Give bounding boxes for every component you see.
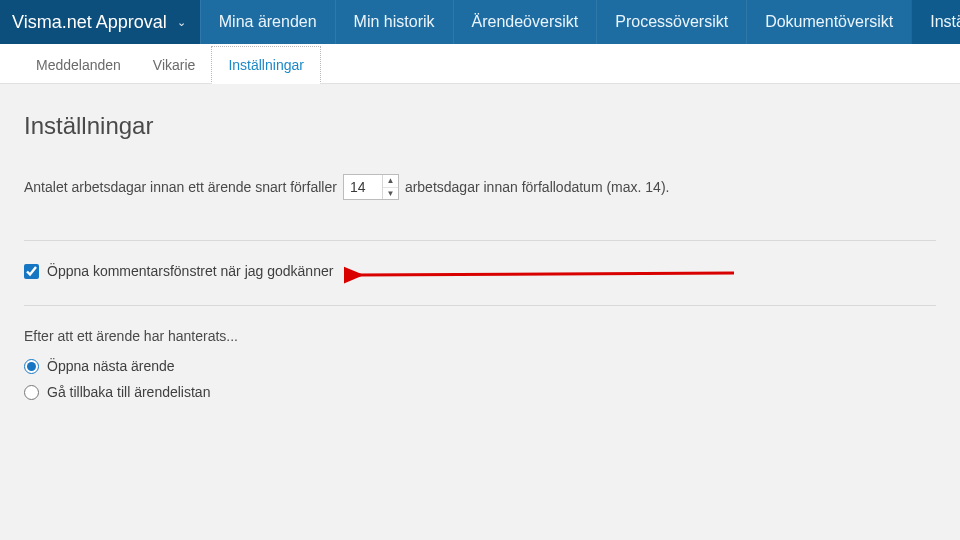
nav-dokumentoversikt[interactable]: Dokumentöversikt [746,0,911,44]
page-title: Inställningar [24,112,936,140]
nav-mina-arenden[interactable]: Mina ärenden [200,0,335,44]
spinner-down-icon[interactable]: ▼ [383,188,398,200]
nav-arendeoversikt[interactable]: Ärendeöversikt [453,0,597,44]
subtab-installningar[interactable]: Inställningar [211,46,321,84]
radio-back-to-list: Gå tillbaka till ärendelistan [24,384,936,400]
spinner-up-icon[interactable]: ▲ [383,175,398,188]
subtab-bar: Meddelanden Vikarie Inställningar [0,44,960,84]
main-nav: Mina ärenden Min historik Ärendeöversikt… [200,0,960,44]
divider [24,240,936,241]
radio-back-to-list-label[interactable]: Gå tillbaka till ärendelistan [47,384,210,400]
days-number-input-wrapper: ▲ ▼ [343,174,399,200]
nav-installningar[interactable]: Inställningar [911,0,960,44]
open-comment-on-approve-row: Öppna kommentarsfönstret när jag godkänn… [24,263,936,279]
days-number-input[interactable] [344,175,382,199]
nav-processoversikt[interactable]: Processöversikt [596,0,746,44]
brand-title: Visma.net Approval [12,12,167,33]
open-comment-on-approve-checkbox[interactable] [24,264,39,279]
svg-line-0 [358,273,734,275]
subtab-meddelanden[interactable]: Meddelanden [20,47,137,83]
radio-open-next-label[interactable]: Öppna nästa ärende [47,358,175,374]
top-navbar: Visma.net Approval ⌄ Mina ärenden Min hi… [0,0,960,44]
radio-back-to-list-input[interactable] [24,385,39,400]
radio-open-next-input[interactable] [24,359,39,374]
days-label-after: arbetsdagar innan förfallodatum (max. 14… [405,179,670,195]
chevron-down-icon: ⌄ [177,16,186,29]
divider [24,305,936,306]
brand-menu[interactable]: Visma.net Approval ⌄ [0,0,200,44]
subtab-vikarie[interactable]: Vikarie [137,47,212,83]
after-handled-options: Öppna nästa ärende Gå tillbaka till ären… [24,358,936,400]
open-comment-on-approve-label[interactable]: Öppna kommentarsfönstret när jag godkänn… [47,263,333,279]
days-label-before: Antalet arbetsdagar innan ett ärende sna… [24,179,337,195]
days-before-due-row: Antalet arbetsdagar innan ett ärende sna… [24,174,936,200]
nav-min-historik[interactable]: Min historik [335,0,453,44]
number-spinners: ▲ ▼ [382,175,398,199]
after-handled-heading: Efter att ett ärende har hanterats... [24,328,936,344]
radio-open-next: Öppna nästa ärende [24,358,936,374]
content-area: Inställningar Antalet arbetsdagar innan … [0,84,960,540]
annotation-arrow-icon [344,264,744,286]
